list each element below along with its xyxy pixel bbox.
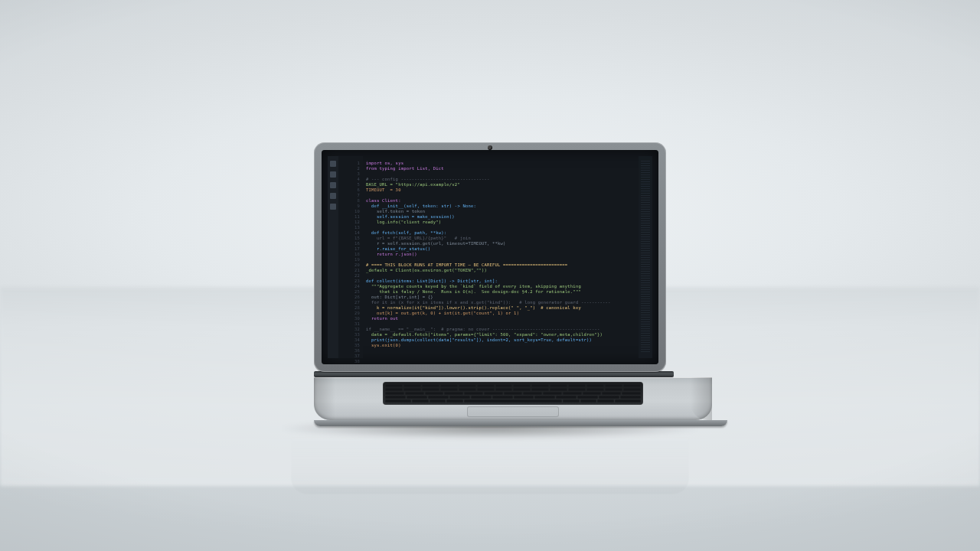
code-editor: 1234567891011121314151617181920212223242… — [328, 156, 652, 358]
debug-icon — [330, 193, 336, 199]
ext-icon — [330, 204, 336, 210]
files-icon — [330, 161, 336, 167]
laptop: 1234567891011121314151617181920212223242… — [314, 142, 666, 426]
keyboard — [383, 382, 643, 405]
line-number-gutter: 1234567891011121314151617181920212223242… — [338, 156, 363, 358]
minimap — [639, 156, 652, 358]
laptop-deck — [314, 377, 712, 420]
activity-bar — [328, 156, 338, 358]
laptop-lid: 1234567891011121314151617181920212223242… — [314, 142, 666, 372]
laptop-foot — [314, 420, 727, 426]
studio-scene: 1234567891011121314151617181920212223242… — [0, 0, 980, 551]
code-area: import os, sysfrom typing import List, D… — [363, 156, 639, 358]
trackpad — [467, 406, 559, 417]
laptop-screen: 1234567891011121314151617181920212223242… — [322, 150, 658, 364]
search-icon — [330, 171, 336, 178]
laptop-reflection — [291, 425, 689, 494]
laptop-hinge — [314, 371, 674, 377]
git-icon — [330, 182, 336, 188]
